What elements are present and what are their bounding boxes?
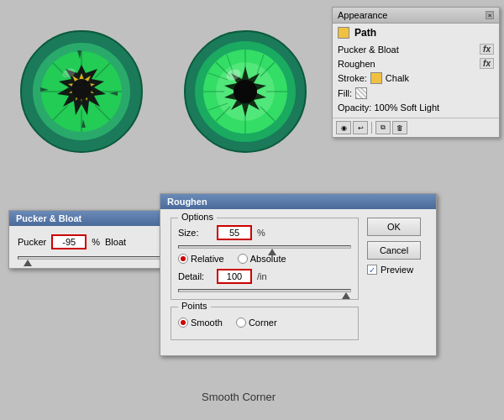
detail-slider-track[interactable]	[178, 289, 351, 292]
corner-radio[interactable]	[236, 318, 246, 328]
pucker-slider-container	[18, 256, 176, 260]
stroke-swatch	[370, 72, 382, 84]
size-row: Size: %	[178, 225, 351, 240]
detail-label: Detail:	[178, 271, 212, 281]
ok-button[interactable]: OK	[367, 218, 421, 236]
appearance-divider	[371, 122, 372, 134]
appearance-panel: Appearance × Path Pucker & Bloat fx Roug…	[332, 7, 500, 138]
detail-unit: /in	[257, 271, 267, 281]
appearance-row-opacity: Opacity: 100% Soft Light	[338, 101, 494, 114]
appearance-path-label: Path	[338, 27, 494, 39]
eye-left	[17, 27, 147, 159]
detail-row: Detail: /in	[178, 269, 351, 284]
bloat-label: Bloat	[105, 237, 126, 247]
appearance-row-fill: Fill:	[338, 86, 494, 101]
detail-slider-thumb[interactable]	[342, 292, 350, 299]
detail-slider-container	[178, 289, 351, 292]
options-group-title: Options	[178, 212, 217, 222]
size-slider-container	[178, 245, 351, 249]
smooth-option[interactable]: Smooth	[178, 318, 223, 328]
preview-checkbox[interactable]	[367, 265, 377, 275]
smooth-radio[interactable]	[178, 318, 188, 328]
smooth-corner-label: Smooth Corner	[202, 391, 276, 403]
cancel-button[interactable]: Cancel	[367, 241, 421, 260]
relative-radio[interactable]	[178, 254, 188, 264]
absolute-radio[interactable]	[238, 254, 248, 264]
appearance-row-stroke: Stroke: Chalk	[338, 71, 494, 86]
smooth-corner-row: Smooth Corner	[178, 318, 351, 328]
size-unit: %	[257, 228, 265, 238]
size-label: Size:	[178, 228, 212, 238]
pucker-bloat-dialog: Pucker & Bloat Pucker % Bloat	[8, 210, 185, 269]
canvas-area: Appearance × Path Pucker & Bloat fx Roug…	[0, 0, 504, 185]
pucker-unit: %	[92, 237, 100, 247]
size-value-input[interactable]	[217, 225, 252, 240]
path-icon	[338, 27, 349, 39]
appearance-panel-titlebar: Appearance ×	[333, 8, 499, 24]
appearance-icon-trash[interactable]: 🗑	[392, 121, 407, 134]
eye-right	[181, 27, 311, 159]
corner-option[interactable]: Corner	[236, 318, 277, 328]
size-slider-track[interactable]	[178, 245, 351, 249]
bottom-area: Pucker & Bloat Pucker % Bloat Roughen	[0, 185, 504, 420]
appearance-icon-duplicate[interactable]: ⧉	[375, 121, 391, 134]
corner-label: Corner	[249, 318, 277, 328]
fx-badge-pucker[interactable]: fx	[480, 44, 494, 55]
relative-option[interactable]: Relative	[178, 254, 224, 264]
points-group-title: Points	[178, 301, 211, 311]
roughen-dialog-title: Roughen	[167, 197, 207, 207]
appearance-row-pucker: Pucker & Bloat fx	[338, 42, 494, 56]
pucker-dialog-titlebar: Pucker & Bloat	[9, 211, 184, 226]
absolute-option[interactable]: Absolute	[238, 254, 286, 264]
appearance-row-roughen: Roughen fx	[338, 56, 494, 71]
appearance-panel-close[interactable]: ×	[486, 11, 494, 19]
relative-absolute-row: Relative Absolute	[178, 254, 351, 264]
roughen-dialog-titlebar: Roughen	[160, 194, 436, 209]
fx-badge-roughen[interactable]: fx	[480, 58, 494, 69]
pucker-slider-thumb[interactable]	[24, 260, 32, 266]
smooth-label: Smooth	[191, 318, 223, 328]
svg-point-29	[234, 80, 257, 103]
detail-value-input[interactable]	[217, 269, 252, 284]
appearance-icon-circle[interactable]: ◉	[336, 121, 351, 134]
fill-swatch	[355, 87, 367, 99]
appearance-panel-title: Appearance	[338, 10, 387, 20]
pucker-row: Pucker % Bloat	[18, 234, 176, 249]
size-slider-thumb[interactable]	[268, 249, 276, 255]
options-group-box: Options Size: %	[171, 218, 359, 300]
preview-row: Preview	[367, 265, 426, 275]
preview-label: Preview	[381, 265, 413, 275]
appearance-bottom-bar: ◉ ↩ ⧉ 🗑	[333, 118, 499, 137]
roughen-left-panel: Options Size: %	[171, 218, 359, 347]
roughen-right-panel: OK Cancel Preview	[367, 218, 426, 347]
pucker-value-input[interactable]	[51, 234, 87, 249]
pucker-dialog-title: Pucker & Bloat	[16, 213, 81, 223]
svg-point-11	[71, 79, 92, 99]
appearance-icon-arrow[interactable]: ↩	[353, 121, 368, 134]
relative-label: Relative	[191, 254, 224, 264]
pucker-slider-track[interactable]	[18, 256, 176, 260]
pucker-label: Pucker	[18, 237, 46, 247]
points-group-box: Points Smooth Corner	[171, 307, 359, 340]
roughen-dialog: Roughen Options Size: %	[160, 193, 437, 356]
